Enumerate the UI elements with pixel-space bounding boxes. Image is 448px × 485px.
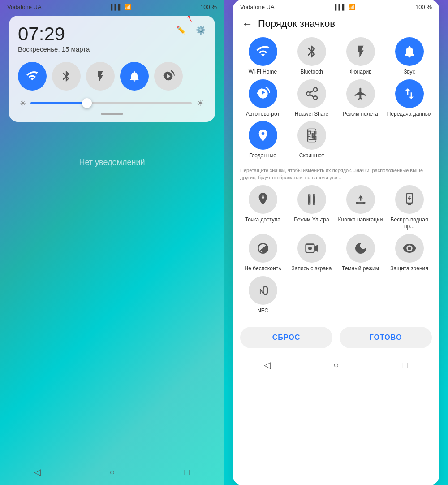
icon-label-airplane: Режим полета: [343, 111, 378, 118]
icon-item-hotspot[interactable]: Точка доступа: [240, 185, 285, 230]
icon-circle-geodata: [249, 121, 277, 150]
icon-circle-flashlight: [346, 37, 375, 66]
icon-circle-dark-mode: [346, 234, 375, 263]
icon-label-eye-protect: Защита зрения: [390, 265, 428, 273]
icon-label-wireless-charge: Беспро-водная пр...: [387, 217, 432, 230]
icon-label-geodata: Геоданные: [249, 152, 276, 160]
icon-item-huawei-share[interactable]: Huawei Share: [289, 79, 334, 118]
icon-item-flashlight[interactable]: Фонарик: [338, 37, 383, 76]
nav-bar-right: ◁ ○ □: [233, 355, 439, 378]
back-button[interactable]: ←: [242, 17, 253, 30]
signal-info-left: ▌▌▌ 📶: [111, 4, 131, 10]
wifi-icon-right: 📶: [348, 4, 355, 10]
status-bar-right: Vodafone UA ▌▌▌ 📶 100 %: [233, 0, 439, 12]
icon-label-dnd: Не беспокоить: [245, 265, 281, 273]
svg-point-1: [306, 92, 310, 95]
svg-line-3: [310, 95, 314, 97]
status-bar-left: Vodafone UA ▌▌▌ 📶 100 %: [0, 0, 224, 12]
svg-point-0: [314, 87, 317, 91]
icon-label-ultra: Режим Ультра: [294, 217, 329, 224]
flashlight-toggle[interactable]: [86, 62, 115, 91]
brightness-thumb[interactable]: [82, 98, 92, 108]
hint-text: Перетащите значки, чтобы изменить их пор…: [240, 167, 432, 182]
icon-circle-sound: [395, 37, 424, 66]
left-panel: Vodafone UA ▌▌▌ 📶 100 % 07:29 Воскресень…: [0, 0, 224, 485]
wifi-status-icon: 📶: [124, 4, 131, 10]
secondary-icons-grid: Точка доступа Режим Ультра: [233, 185, 439, 318]
icon-circle-wifi: [249, 37, 277, 66]
wifi-toggle[interactable]: [18, 62, 47, 91]
icon-label-screen-record: Запись с экрана: [291, 265, 332, 273]
swipe-indicator: [101, 113, 123, 115]
icon-label-hotspot: Точка доступа: [245, 217, 280, 224]
recent-nav-left[interactable]: □: [178, 463, 196, 481]
back-nav-left[interactable]: ◁: [28, 463, 46, 481]
icon-label-huawei-share: Huawei Share: [295, 111, 328, 118]
icon-label-data-transfer: Передача данных: [387, 111, 432, 118]
svg-rect-12: [408, 203, 411, 205]
brightness-fill: [30, 102, 87, 104]
icon-item-ultra[interactable]: Режим Ультра: [289, 185, 334, 230]
right-inner-card: Vodafone UA ▌▌▌ 📶 100 % ← Порядок значко…: [233, 0, 439, 485]
icon-circle-autorotate: [249, 79, 277, 108]
svg-rect-10: [358, 202, 363, 204]
bell-toggle[interactable]: [120, 62, 149, 91]
autorotate-toggle[interactable]: [154, 62, 183, 91]
bottom-actions: СБРОС ГОТОВО: [233, 320, 439, 355]
icon-label-screenshot: Скриншот: [299, 152, 324, 160]
icon-circle-wireless-charge: [395, 185, 424, 214]
icon-item-dnd[interactable]: Не беспокоить: [240, 234, 285, 273]
icon-circle-eye-protect: [395, 234, 424, 263]
bluetooth-toggle[interactable]: [52, 62, 81, 91]
icon-item-autorotate[interactable]: Автопово-рот: [240, 79, 285, 118]
carrier-left: Vodafone UA: [7, 4, 42, 10]
reset-button[interactable]: СБРОС: [240, 327, 332, 348]
settings-button[interactable]: ⚙️: [194, 23, 208, 37]
icon-label-bluetooth: Bluetooth: [300, 69, 323, 76]
home-nav-right[interactable]: ○: [327, 356, 345, 374]
svg-point-14: [308, 247, 312, 250]
brightness-bar[interactable]: ☀ ☀: [18, 98, 206, 108]
icon-item-eye-protect[interactable]: Защита зрения: [387, 234, 432, 273]
icon-item-wifi[interactable]: Wi-Fi Home: [240, 37, 285, 76]
icon-item-dark-mode[interactable]: Темный режим: [338, 234, 383, 273]
icon-item-nfc[interactable]: N NFC: [240, 276, 285, 315]
page-header: ← Порядок значков: [233, 12, 439, 37]
back-nav-right[interactable]: ◁: [258, 356, 276, 374]
brightness-track[interactable]: [30, 102, 192, 104]
icon-item-airplane[interactable]: Режим полета: [338, 79, 383, 118]
icon-item-nav-key[interactable]: Кнопка навигации: [338, 185, 383, 230]
svg-point-2: [314, 96, 317, 100]
carrier-right: Vodafone UA: [240, 4, 275, 10]
signal-icon-right: ▌▌▌: [335, 4, 346, 10]
icon-item-sound[interactable]: Звук: [387, 37, 432, 76]
icon-label-flashlight: Фонарик: [350, 69, 371, 76]
icon-label-wifi: Wi-Fi Home: [249, 69, 277, 76]
date-display: Воскресенье, 15 марта: [18, 45, 206, 53]
icon-circle-nfc: N: [249, 276, 277, 305]
icon-item-screen-record[interactable]: Запись с экрана: [289, 234, 334, 273]
card-actions: ✏️ ⚙️: [174, 23, 208, 37]
svg-line-4: [310, 90, 314, 92]
icon-circle-airplane: [346, 79, 375, 108]
icon-item-data-transfer[interactable]: Передача данных: [387, 79, 432, 118]
home-nav-left[interactable]: ○: [103, 463, 121, 481]
edit-button[interactable]: ✏️: [174, 23, 188, 37]
battery-right: 100 %: [415, 4, 432, 10]
done-button[interactable]: ГОТОВО: [340, 327, 432, 348]
icon-item-wireless-charge[interactable]: Беспро-водная пр...: [387, 185, 432, 230]
icon-item-bluetooth[interactable]: Bluetooth: [289, 37, 334, 76]
icon-item-screenshot[interactable]: Скриншот: [289, 121, 334, 160]
no-notifications-text: Нет уведомлений: [79, 158, 145, 167]
icon-circle-dnd: [249, 234, 277, 263]
page-title: Порядок значков: [258, 18, 335, 30]
icon-circle-ultra: [297, 185, 326, 214]
quick-toggles: [18, 62, 206, 91]
icon-circle-screen-record: [297, 234, 326, 263]
primary-icons-grid: Wi-Fi Home Bluetooth Фонарик: [233, 37, 439, 163]
icon-label-autorotate: Автопово-рот: [246, 111, 280, 118]
brightness-high-icon: ☀: [196, 98, 204, 108]
recent-nav-right[interactable]: □: [396, 356, 414, 374]
icon-item-geodata[interactable]: Геоданные: [240, 121, 285, 160]
icon-label-nav-key: Кнопка навигации: [338, 217, 383, 224]
